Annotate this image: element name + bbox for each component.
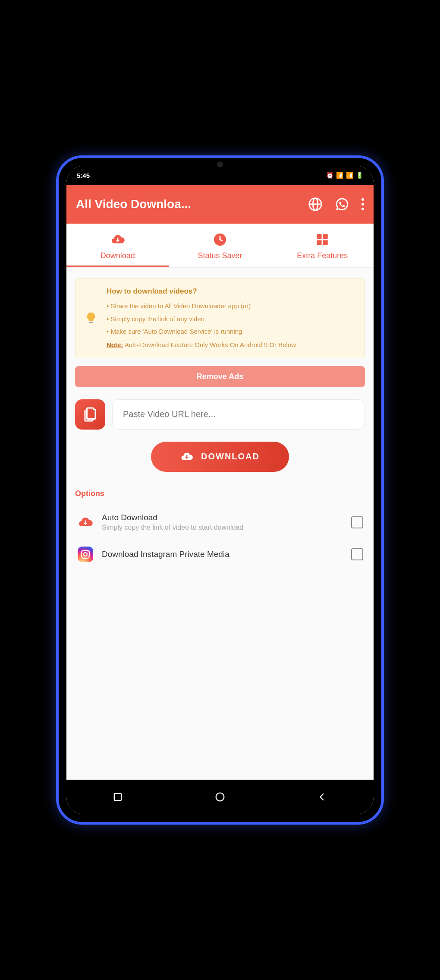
app-bar: All Video Downloa...	[66, 185, 374, 224]
svg-point-11	[88, 552, 88, 553]
url-input[interactable]	[112, 399, 365, 430]
tab-extra-features[interactable]: Extra Features	[271, 224, 374, 267]
info-line: • Make sure 'Auto Download Service' is r…	[107, 327, 356, 336]
instagram-icon	[77, 546, 94, 563]
tab-label: Download	[101, 251, 135, 260]
option-title: Download Instagram Private Media	[102, 550, 343, 559]
whatsapp-icon[interactable]	[335, 197, 349, 212]
home-icon[interactable]	[214, 791, 226, 803]
status-icons: ⏰📶📶🔋	[326, 172, 363, 179]
option-instagram-private[interactable]: Download Instagram Private Media	[75, 539, 365, 570]
option-subtitle: Simply copy the link of video to start d…	[102, 523, 343, 532]
info-box: How to download videos? • Share the vide…	[75, 278, 365, 358]
cloud-download-icon	[77, 514, 94, 531]
svg-rect-8	[89, 322, 93, 323]
tab-label: Extra Features	[297, 251, 348, 260]
recent-apps-icon[interactable]	[112, 791, 124, 803]
main-content: How to download videos? • Share the vide…	[66, 268, 374, 785]
paste-button[interactable]	[75, 399, 105, 430]
remove-ads-button[interactable]: Remove Ads	[75, 366, 365, 387]
info-title: How to download videos?	[107, 287, 356, 296]
language-icon[interactable]	[308, 197, 323, 212]
option-checkbox[interactable]	[351, 516, 363, 528]
grid-icon	[315, 232, 330, 247]
cloud-download-icon	[180, 450, 193, 463]
tab-status-saver[interactable]: Status Saver	[169, 224, 271, 267]
download-button[interactable]: DOWNLOAD	[151, 442, 289, 472]
status-bar: 5:45 ⏰📶📶🔋	[66, 166, 374, 185]
svg-rect-12	[114, 793, 121, 800]
status-icon	[213, 232, 227, 247]
cloud-download-icon	[110, 232, 125, 247]
svg-rect-6	[317, 240, 322, 245]
option-checkbox[interactable]	[351, 548, 363, 560]
android-nav-bar	[66, 780, 374, 814]
tab-label: Status Saver	[198, 251, 242, 260]
clipboard-icon	[82, 407, 98, 422]
info-note: Note: Auto-Download Feature Only Works O…	[107, 340, 356, 349]
svg-point-10	[84, 553, 87, 556]
svg-rect-7	[323, 240, 328, 245]
back-icon[interactable]	[316, 791, 328, 803]
app-title: All Video Downloa...	[76, 197, 308, 211]
more-menu-icon[interactable]	[361, 198, 364, 210]
svg-rect-9	[82, 550, 89, 558]
tabs: Download Status Saver Extra Features	[66, 224, 374, 268]
info-line: • Simply copy the link of any video	[107, 315, 356, 323]
option-auto-download[interactable]: Auto Download Simply copy the link of vi…	[75, 506, 365, 539]
tab-download[interactable]: Download	[66, 224, 169, 267]
svg-point-13	[216, 793, 224, 801]
info-line: • Share the video to All Video Downloade…	[107, 302, 356, 310]
options-heading: Options	[75, 489, 365, 498]
lightbulb-icon	[84, 311, 98, 325]
svg-rect-4	[317, 234, 322, 239]
option-title: Auto Download	[102, 513, 343, 522]
status-time: 5:45	[77, 172, 90, 179]
svg-rect-5	[323, 234, 328, 239]
download-button-label: DOWNLOAD	[201, 452, 260, 462]
